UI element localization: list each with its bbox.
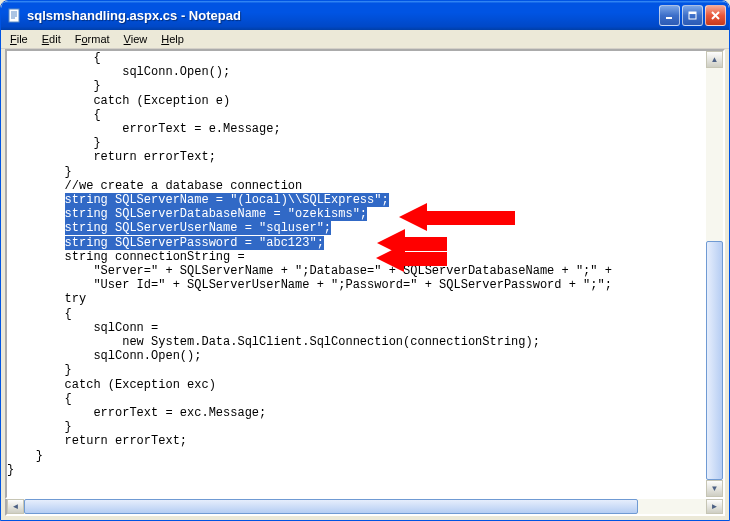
code-line-highlighted: string SQLServerUserName = "sqluser"; [7,221,706,235]
code-line: } [7,136,706,150]
scroll-up-button[interactable]: ▲ [706,51,723,68]
text-area[interactable]: { sqlConn.Open(); } catch (Exception e) … [7,51,706,497]
menu-help[interactable]: Help [154,32,191,46]
notepad-icon [7,8,23,24]
code-line: return errorText; [7,150,706,164]
code-line: return errorText; [7,434,706,448]
code-line: { [7,307,706,321]
scroll-thumb[interactable] [24,499,638,514]
code-line: errorText = e.Message; [7,122,706,136]
menu-view[interactable]: View [117,32,155,46]
code-line: { [7,108,706,122]
code-line: catch (Exception exc) [7,378,706,392]
vertical-scrollbar[interactable]: ▲ ▼ [706,51,723,497]
menubar: File Edit Format View Help [1,30,729,49]
horizontal-scrollbar[interactable]: ◄ ► [5,499,725,516]
code-line: } [7,420,706,434]
code-line: } [7,79,706,93]
code-line-highlighted: string SQLServerPassword = "abc123"; [7,236,706,250]
scroll-right-button[interactable]: ► [706,499,723,514]
notepad-window: sqlsmshandling.aspx.cs - Notepad File Ed… [0,0,730,521]
code-line: { [7,392,706,406]
titlebar[interactable]: sqlsmshandling.aspx.cs - Notepad [1,1,729,30]
code-line: try [7,292,706,306]
menu-edit[interactable]: Edit [35,32,68,46]
code-line: sqlConn.Open(); [7,349,706,363]
menu-format[interactable]: Format [68,32,117,46]
code-line: { [7,51,706,65]
close-button[interactable] [705,5,726,26]
code-line: } [7,449,706,463]
code-line: sqlConn.Open(); [7,65,706,79]
code-line: "User Id=" + SQLServerUserName + ";Passw… [7,278,706,292]
code-line: sqlConn = [7,321,706,335]
code-line: new System.Data.SqlClient.SqlConnection(… [7,335,706,349]
text-area-container: { sqlConn.Open(); } catch (Exception e) … [5,49,725,499]
scroll-track[interactable] [24,499,706,514]
scroll-thumb[interactable] [706,241,723,480]
code-line: string connectionString = [7,250,706,264]
maximize-button[interactable] [682,5,703,26]
scroll-left-button[interactable]: ◄ [7,499,24,514]
menu-file[interactable]: File [3,32,35,46]
minimize-button[interactable] [659,5,680,26]
code-line-highlighted: string SQLServerDatabaseName = "ozekisms… [7,207,706,221]
window-controls [659,5,726,26]
scroll-track[interactable] [706,68,723,480]
code-line: } [7,165,706,179]
code-line: } [7,363,706,377]
code-line-highlighted: string SQLServerName = "(local)\\SQLExpr… [7,193,706,207]
code-line: errorText = exc.Message; [7,406,706,420]
code-line: //we create a database connection [7,179,706,193]
code-line: } [7,463,706,477]
code-line: "Server=" + SQLServerName + ";Database="… [7,264,706,278]
scroll-down-button[interactable]: ▼ [706,480,723,497]
code-line: catch (Exception e) [7,94,706,108]
window-title: sqlsmshandling.aspx.cs - Notepad [27,8,659,23]
